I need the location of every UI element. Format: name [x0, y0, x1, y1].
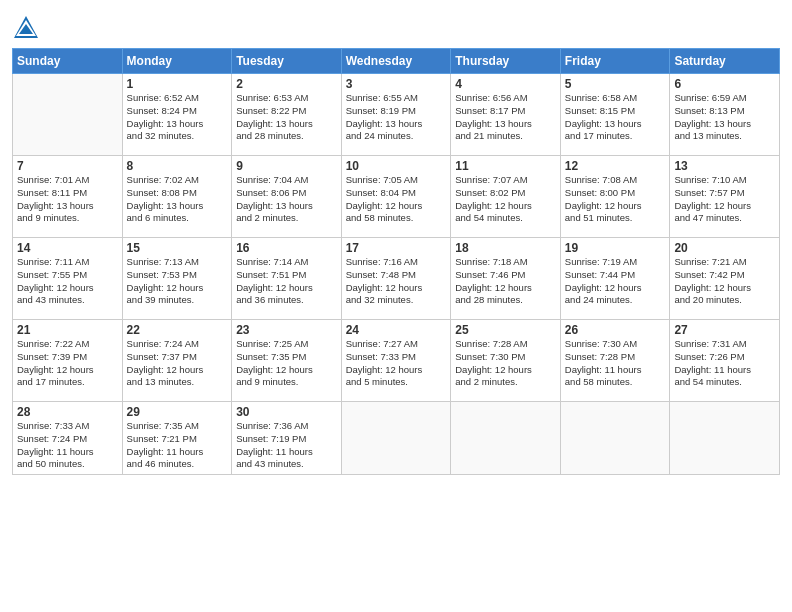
calendar-cell: 1Sunrise: 6:52 AM Sunset: 8:24 PM Daylig…: [122, 74, 232, 156]
calendar-cell: 12Sunrise: 7:08 AM Sunset: 8:00 PM Dayli…: [560, 156, 670, 238]
day-info: Sunrise: 7:01 AM Sunset: 8:11 PM Dayligh…: [17, 174, 118, 225]
calendar-cell: 16Sunrise: 7:14 AM Sunset: 7:51 PM Dayli…: [232, 238, 342, 320]
weekday-header: Tuesday: [232, 49, 342, 74]
calendar-cell: 22Sunrise: 7:24 AM Sunset: 7:37 PM Dayli…: [122, 320, 232, 402]
day-number: 24: [346, 323, 447, 337]
day-number: 4: [455, 77, 556, 91]
day-info: Sunrise: 7:04 AM Sunset: 8:06 PM Dayligh…: [236, 174, 337, 225]
day-info: Sunrise: 7:07 AM Sunset: 8:02 PM Dayligh…: [455, 174, 556, 225]
day-number: 27: [674, 323, 775, 337]
day-info: Sunrise: 7:33 AM Sunset: 7:24 PM Dayligh…: [17, 420, 118, 471]
day-number: 6: [674, 77, 775, 91]
day-info: Sunrise: 6:58 AM Sunset: 8:15 PM Dayligh…: [565, 92, 666, 143]
day-number: 9: [236, 159, 337, 173]
day-info: Sunrise: 7:24 AM Sunset: 7:37 PM Dayligh…: [127, 338, 228, 389]
calendar-cell: 7Sunrise: 7:01 AM Sunset: 8:11 PM Daylig…: [13, 156, 123, 238]
day-number: 10: [346, 159, 447, 173]
day-info: Sunrise: 7:02 AM Sunset: 8:08 PM Dayligh…: [127, 174, 228, 225]
day-info: Sunrise: 7:30 AM Sunset: 7:28 PM Dayligh…: [565, 338, 666, 389]
header: [12, 10, 780, 42]
day-number: 13: [674, 159, 775, 173]
calendar-cell: [670, 402, 780, 475]
day-number: 20: [674, 241, 775, 255]
day-number: 28: [17, 405, 118, 419]
day-number: 11: [455, 159, 556, 173]
day-number: 7: [17, 159, 118, 173]
day-info: Sunrise: 7:22 AM Sunset: 7:39 PM Dayligh…: [17, 338, 118, 389]
calendar-cell: 17Sunrise: 7:16 AM Sunset: 7:48 PM Dayli…: [341, 238, 451, 320]
day-number: 12: [565, 159, 666, 173]
day-info: Sunrise: 6:59 AM Sunset: 8:13 PM Dayligh…: [674, 92, 775, 143]
day-info: Sunrise: 7:21 AM Sunset: 7:42 PM Dayligh…: [674, 256, 775, 307]
day-info: Sunrise: 7:05 AM Sunset: 8:04 PM Dayligh…: [346, 174, 447, 225]
weekday-header: Friday: [560, 49, 670, 74]
calendar-cell: 30Sunrise: 7:36 AM Sunset: 7:19 PM Dayli…: [232, 402, 342, 475]
calendar-cell: 19Sunrise: 7:19 AM Sunset: 7:44 PM Dayli…: [560, 238, 670, 320]
page: SundayMondayTuesdayWednesdayThursdayFrid…: [0, 0, 792, 612]
calendar-cell: 21Sunrise: 7:22 AM Sunset: 7:39 PM Dayli…: [13, 320, 123, 402]
weekday-header: Wednesday: [341, 49, 451, 74]
day-info: Sunrise: 7:35 AM Sunset: 7:21 PM Dayligh…: [127, 420, 228, 471]
calendar-week-row: 1Sunrise: 6:52 AM Sunset: 8:24 PM Daylig…: [13, 74, 780, 156]
weekday-header: Saturday: [670, 49, 780, 74]
calendar-cell: 25Sunrise: 7:28 AM Sunset: 7:30 PM Dayli…: [451, 320, 561, 402]
day-info: Sunrise: 7:13 AM Sunset: 7:53 PM Dayligh…: [127, 256, 228, 307]
day-number: 29: [127, 405, 228, 419]
day-info: Sunrise: 7:10 AM Sunset: 7:57 PM Dayligh…: [674, 174, 775, 225]
day-number: 23: [236, 323, 337, 337]
calendar-cell: 13Sunrise: 7:10 AM Sunset: 7:57 PM Dayli…: [670, 156, 780, 238]
calendar-cell: 27Sunrise: 7:31 AM Sunset: 7:26 PM Dayli…: [670, 320, 780, 402]
day-info: Sunrise: 7:18 AM Sunset: 7:46 PM Dayligh…: [455, 256, 556, 307]
calendar-week-row: 14Sunrise: 7:11 AM Sunset: 7:55 PM Dayli…: [13, 238, 780, 320]
calendar-cell: [341, 402, 451, 475]
day-info: Sunrise: 7:31 AM Sunset: 7:26 PM Dayligh…: [674, 338, 775, 389]
calendar-week-row: 28Sunrise: 7:33 AM Sunset: 7:24 PM Dayli…: [13, 402, 780, 475]
day-info: Sunrise: 6:55 AM Sunset: 8:19 PM Dayligh…: [346, 92, 447, 143]
day-info: Sunrise: 6:53 AM Sunset: 8:22 PM Dayligh…: [236, 92, 337, 143]
day-number: 14: [17, 241, 118, 255]
calendar-cell: [560, 402, 670, 475]
calendar-cell: 4Sunrise: 6:56 AM Sunset: 8:17 PM Daylig…: [451, 74, 561, 156]
day-info: Sunrise: 6:52 AM Sunset: 8:24 PM Dayligh…: [127, 92, 228, 143]
calendar-cell: 26Sunrise: 7:30 AM Sunset: 7:28 PM Dayli…: [560, 320, 670, 402]
calendar-cell: 2Sunrise: 6:53 AM Sunset: 8:22 PM Daylig…: [232, 74, 342, 156]
weekday-header-row: SundayMondayTuesdayWednesdayThursdayFrid…: [13, 49, 780, 74]
calendar-cell: 15Sunrise: 7:13 AM Sunset: 7:53 PM Dayli…: [122, 238, 232, 320]
weekday-header: Monday: [122, 49, 232, 74]
calendar-cell: 14Sunrise: 7:11 AM Sunset: 7:55 PM Dayli…: [13, 238, 123, 320]
calendar-cell: 20Sunrise: 7:21 AM Sunset: 7:42 PM Dayli…: [670, 238, 780, 320]
calendar-cell: 8Sunrise: 7:02 AM Sunset: 8:08 PM Daylig…: [122, 156, 232, 238]
day-info: Sunrise: 7:14 AM Sunset: 7:51 PM Dayligh…: [236, 256, 337, 307]
day-info: Sunrise: 7:08 AM Sunset: 8:00 PM Dayligh…: [565, 174, 666, 225]
calendar-cell: 3Sunrise: 6:55 AM Sunset: 8:19 PM Daylig…: [341, 74, 451, 156]
calendar-cell: 18Sunrise: 7:18 AM Sunset: 7:46 PM Dayli…: [451, 238, 561, 320]
weekday-header: Sunday: [13, 49, 123, 74]
calendar-cell: 11Sunrise: 7:07 AM Sunset: 8:02 PM Dayli…: [451, 156, 561, 238]
day-number: 1: [127, 77, 228, 91]
day-info: Sunrise: 7:25 AM Sunset: 7:35 PM Dayligh…: [236, 338, 337, 389]
day-info: Sunrise: 7:36 AM Sunset: 7:19 PM Dayligh…: [236, 420, 337, 471]
day-number: 30: [236, 405, 337, 419]
calendar-cell: 23Sunrise: 7:25 AM Sunset: 7:35 PM Dayli…: [232, 320, 342, 402]
day-number: 22: [127, 323, 228, 337]
calendar-cell: 24Sunrise: 7:27 AM Sunset: 7:33 PM Dayli…: [341, 320, 451, 402]
day-number: 25: [455, 323, 556, 337]
calendar-cell: 5Sunrise: 6:58 AM Sunset: 8:15 PM Daylig…: [560, 74, 670, 156]
calendar-cell: [451, 402, 561, 475]
day-number: 21: [17, 323, 118, 337]
calendar-cell: 6Sunrise: 6:59 AM Sunset: 8:13 PM Daylig…: [670, 74, 780, 156]
logo-icon: [12, 14, 40, 42]
calendar-week-row: 21Sunrise: 7:22 AM Sunset: 7:39 PM Dayli…: [13, 320, 780, 402]
day-number: 18: [455, 241, 556, 255]
calendar: SundayMondayTuesdayWednesdayThursdayFrid…: [12, 48, 780, 475]
day-number: 8: [127, 159, 228, 173]
weekday-header: Thursday: [451, 49, 561, 74]
day-number: 15: [127, 241, 228, 255]
day-info: Sunrise: 6:56 AM Sunset: 8:17 PM Dayligh…: [455, 92, 556, 143]
day-info: Sunrise: 7:27 AM Sunset: 7:33 PM Dayligh…: [346, 338, 447, 389]
day-info: Sunrise: 7:28 AM Sunset: 7:30 PM Dayligh…: [455, 338, 556, 389]
logo: [12, 14, 43, 42]
day-number: 16: [236, 241, 337, 255]
calendar-cell: 9Sunrise: 7:04 AM Sunset: 8:06 PM Daylig…: [232, 156, 342, 238]
day-number: 5: [565, 77, 666, 91]
